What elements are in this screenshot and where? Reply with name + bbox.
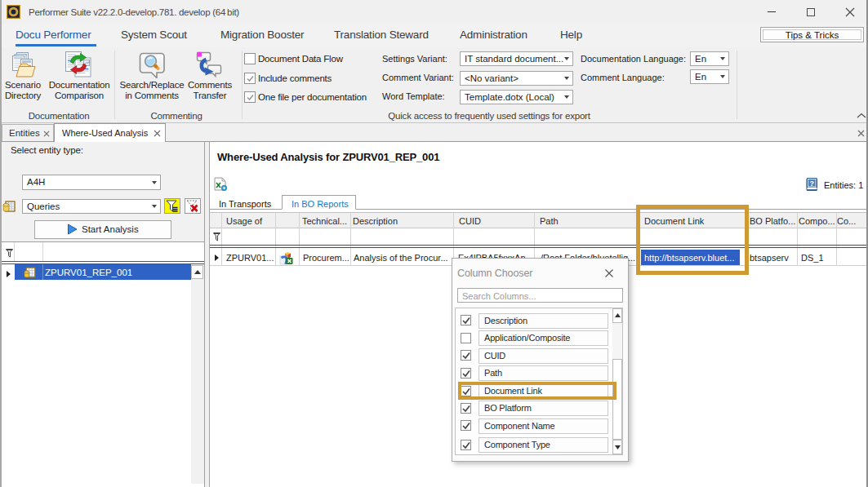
svg-text:?: ?	[809, 179, 814, 188]
